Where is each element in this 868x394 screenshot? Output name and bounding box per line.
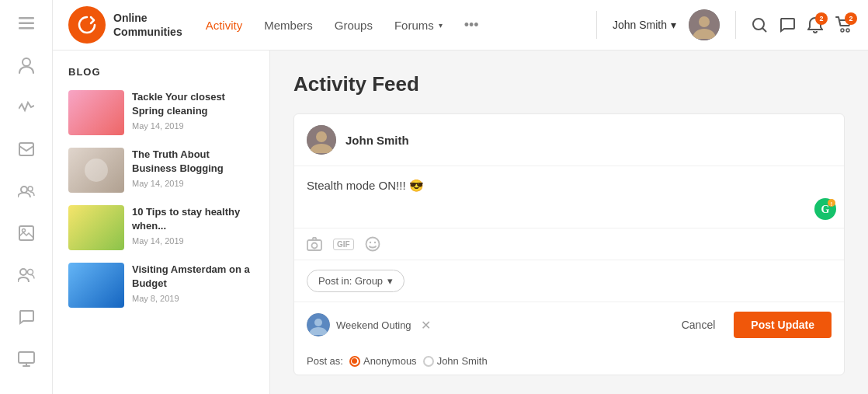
user-avatar[interactable]	[689, 9, 720, 40]
svg-rect-0	[19, 17, 34, 19]
sidebar-people-icon[interactable]	[14, 263, 39, 288]
blog-item-title: Visiting Amsterdam on a Budget	[132, 263, 254, 291]
sidebar-profile-icon[interactable]	[14, 53, 39, 78]
gif-button[interactable]: GIF	[333, 239, 354, 250]
svg-rect-2	[19, 27, 34, 30]
notifications-button[interactable]: 2	[807, 16, 823, 33]
user-radio-label: John Smith	[437, 355, 488, 367]
svg-rect-7	[19, 226, 33, 240]
svg-point-9	[20, 269, 26, 275]
blog-thumb-4	[68, 263, 124, 308]
sidebar-menu-icon[interactable]	[14, 11, 39, 36]
anonymous-radio[interactable]: Anonymous	[349, 355, 417, 367]
svg-point-6	[28, 187, 33, 191]
sidebar-monitor-icon[interactable]	[14, 347, 39, 371]
post-card: John Smith Stealth mode ON!!! 😎 G !	[293, 113, 845, 375]
svg-rect-4	[19, 143, 33, 155]
search-button[interactable]	[752, 17, 767, 33]
nav-more-icon[interactable]: •••	[464, 17, 479, 33]
svg-text:G: G	[821, 204, 830, 215]
svg-point-26	[369, 242, 370, 243]
nav-groups[interactable]: Groups	[335, 19, 373, 32]
feed-area: Activity Feed John Smith Stealth	[270, 51, 868, 394]
blog-item-title: 10 Tips to stay healthy when...	[132, 205, 254, 233]
blog-item[interactable]: Tackle Your closest Spring cleaning May …	[68, 90, 254, 135]
svg-rect-1	[19, 23, 34, 25]
main-area: Online Communities Activity Members Grou…	[53, 0, 868, 394]
svg-point-13	[699, 16, 710, 27]
anonymous-label: Anonymous	[363, 355, 417, 367]
blog-thumb-3	[68, 205, 124, 250]
nav-members[interactable]: Members	[264, 19, 313, 32]
blog-item-date: May 14, 2019	[132, 236, 254, 246]
blog-item-date: May 14, 2019	[132, 121, 254, 131]
post-in-chevron: ▾	[387, 275, 393, 287]
svg-point-8	[22, 229, 25, 232]
svg-point-15	[841, 29, 844, 32]
user-chevron-icon: ▾	[671, 19, 676, 31]
blog-item[interactable]: Visiting Amsterdam on a Budget May 8, 20…	[68, 263, 254, 308]
post-in-select[interactable]: Post in: Group ▾	[307, 270, 404, 292]
svg-point-27	[373, 242, 375, 243]
svg-point-18	[316, 131, 327, 142]
user-radio-icon	[423, 356, 434, 367]
remove-tag-button[interactable]: ✕	[421, 318, 431, 333]
blog-thumb-2	[68, 148, 124, 193]
emoji-button[interactable]	[365, 236, 380, 252]
user-radio[interactable]: John Smith	[423, 355, 488, 367]
content-area: BLOG Tackle Your closest Spring cleaning…	[53, 51, 868, 394]
camera-button[interactable]	[307, 237, 322, 251]
blog-item[interactable]: 10 Tips to stay healthy when... May 14, …	[68, 205, 254, 250]
post-as-label: Post as:	[307, 355, 343, 367]
svg-point-25	[366, 238, 379, 251]
svg-point-3	[23, 58, 30, 66]
blog-item-title: The Truth About Business Blogging	[132, 148, 254, 176]
cart-button[interactable]: 2	[835, 16, 852, 33]
feed-title: Activity Feed	[293, 72, 845, 96]
svg-point-29	[314, 319, 322, 326]
svg-point-10	[27, 270, 33, 275]
post-as-row: Post as: Anonymous John Smith	[294, 347, 844, 375]
user-name-button[interactable]: John Smith ▾	[613, 19, 676, 31]
nav-activity[interactable]: Activity	[206, 19, 243, 32]
sidebar-activity-icon[interactable]	[14, 95, 39, 120]
user-area: John Smith ▾	[593, 9, 852, 40]
blog-info-3: 10 Tips to stay healthy when... May 14, …	[132, 205, 254, 250]
blog-item-date: May 8, 2019	[132, 294, 254, 303]
forums-chevron-icon: ▾	[439, 21, 443, 30]
messages-button[interactable]	[779, 17, 795, 33]
sidebar-groups-icon[interactable]	[14, 179, 39, 204]
notification-badge: 2	[815, 12, 828, 25]
blog-info-4: Visiting Amsterdam on a Budget May 8, 20…	[132, 263, 254, 308]
svg-text:!: !	[831, 201, 832, 207]
blog-section-title: BLOG	[68, 66, 254, 78]
post-avatar	[307, 125, 336, 155]
cart-badge: 2	[845, 12, 857, 25]
main-nav: Activity Members Groups Forums ▾ •••	[206, 17, 593, 33]
logo-text: Online Communities	[113, 11, 182, 39]
post-body[interactable]: Stealth mode ON!!! 😎 G !	[294, 166, 844, 228]
blog-item[interactable]: The Truth About Business Blogging May 14…	[68, 148, 254, 193]
blog-info-2: The Truth About Business Blogging May 14…	[132, 148, 254, 193]
logo-area: Online Communities	[68, 6, 182, 44]
sidebar-inbox-icon[interactable]	[14, 137, 39, 162]
left-sidebar	[0, 0, 53, 394]
blog-info-1: Tackle Your closest Spring cleaning May …	[132, 90, 254, 135]
logo-icon[interactable]	[68, 6, 106, 44]
nav-forums[interactable]: Forums ▾	[394, 19, 443, 32]
svg-point-24	[312, 243, 318, 249]
cancel-button[interactable]: Cancel	[671, 312, 727, 337]
post-footer: Weekend Outing ✕ Cancel Post Update	[294, 302, 844, 347]
sidebar-gallery-icon[interactable]	[14, 221, 39, 246]
blog-panel: BLOG Tackle Your closest Spring cleaning…	[53, 51, 270, 394]
post-group-tag: Weekend Outing ✕	[307, 313, 431, 336]
grammarly-icon: G !	[814, 198, 836, 220]
svg-point-16	[846, 29, 849, 32]
post-update-button[interactable]: Post Update	[734, 312, 832, 338]
blog-item-date: May 14, 2019	[132, 179, 254, 188]
nav-divider	[596, 11, 597, 39]
blog-thumb-1	[68, 90, 124, 135]
post-content: Stealth mode ON!!! 😎	[307, 179, 424, 192]
post-actions: Post in: Group ▾	[294, 260, 844, 302]
sidebar-chat-icon[interactable]	[14, 305, 39, 329]
